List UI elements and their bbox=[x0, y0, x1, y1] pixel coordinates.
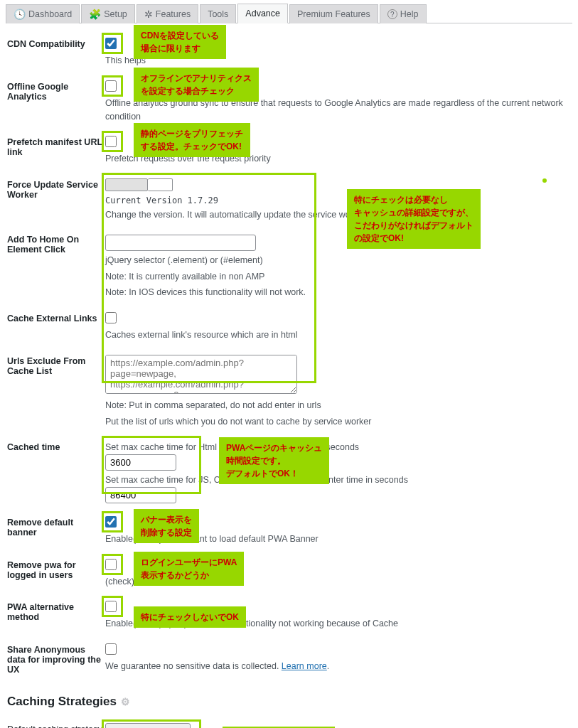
cached-html-label: Set max cache time for Html Default: 360… bbox=[105, 441, 571, 454]
setup-icon: 🧩 bbox=[89, 9, 101, 19]
checkbox-cdn[interactable] bbox=[105, 38, 117, 49]
desc-cache-ext: Caches external link's resource which ar… bbox=[105, 328, 571, 342]
label-cached-time: Cached time bbox=[7, 441, 105, 503]
label-offline-ga: Offline Google Analytics bbox=[7, 80, 105, 124]
desc-force-update: Change the version. It will automaticall… bbox=[105, 208, 571, 222]
annot-cached: PWAページのキャッシュ 時間設定です。 デフォルトでOK！ bbox=[219, 437, 329, 484]
label-urls-exclude: Urls Exclude From Cache List bbox=[7, 355, 105, 429]
cached-js-label: Set max cache time for JS, CSS, JSON Def… bbox=[105, 473, 571, 487]
note-urls-2: Put the list of urls which you do not wa… bbox=[105, 415, 571, 429]
tab-help[interactable]: ?Help bbox=[380, 4, 427, 23]
label-default-strategy: Default caching strategy bbox=[7, 723, 105, 728]
select-default-strategy[interactable]: Cache First bbox=[105, 723, 191, 728]
gear-icon: ⚙ bbox=[121, 696, 130, 707]
checkbox-share-anon[interactable] bbox=[105, 643, 117, 655]
annot-pwaalt: 特にチェックしないでOK bbox=[134, 606, 246, 628]
annot-removepwa: ログインユーザーにPWA 表示するかどうか bbox=[134, 552, 244, 586]
input-add-home-selector[interactable] bbox=[105, 235, 256, 251]
label-force-update: Force Update Service Worker bbox=[7, 178, 105, 222]
annot-big: 特にチェックは必要なし キャッシュの詳細設定ですが、 こだわりがなければデフォル… bbox=[347, 189, 481, 249]
tab-setup[interactable]: 🧩Setup bbox=[81, 4, 135, 23]
version-input-right[interactable] bbox=[148, 178, 173, 191]
dashboard-icon: 🕓 bbox=[14, 9, 26, 19]
annot-prefetch: 静的ページをプリフェッチ する設定。チェックでOK! bbox=[134, 123, 250, 157]
note-add-home-3: Note: In IOS devices this functionality … bbox=[105, 286, 571, 299]
label-cache-ext: Cache External Links bbox=[7, 312, 105, 342]
tabs-bar: 🕓Dashboard 🧩Setup ✲Features Tools Advanc… bbox=[6, 4, 572, 23]
section-caching-title: Caching Strategies⚙ bbox=[7, 695, 571, 709]
label-cdn: CDN Compatibility bbox=[7, 38, 105, 68]
checkbox-offline-ga[interactable] bbox=[105, 80, 117, 92]
label-remove-pwa: Remove pwa for logged in users bbox=[7, 559, 105, 589]
label-remove-banner: Remove default banner bbox=[7, 516, 105, 546]
checkbox-remove-pwa[interactable] bbox=[105, 559, 117, 570]
checkbox-prefetch[interactable] bbox=[105, 136, 117, 147]
tab-dashboard[interactable]: 🕓Dashboard bbox=[6, 4, 80, 23]
checkbox-remove-banner[interactable] bbox=[105, 516, 117, 528]
tab-features[interactable]: ✲Features bbox=[137, 4, 198, 23]
help-icon: ? bbox=[387, 9, 397, 19]
checkbox-cache-ext[interactable] bbox=[105, 312, 117, 323]
version-input-left[interactable] bbox=[105, 178, 148, 191]
version-current: Current Version 1.7.29 bbox=[105, 196, 571, 205]
annot-banner: バナー表示を 削除する設定 bbox=[134, 509, 199, 543]
label-prefetch: Prefetch manifest URL link bbox=[7, 136, 105, 166]
label-add-home: Add To Home On Element Click bbox=[7, 235, 105, 299]
note-add-home-1: jQuery selector (.element) or (#element) bbox=[105, 254, 571, 267]
desc-share-anon: We guarantee no sensitive data is collec… bbox=[105, 660, 571, 673]
textarea-urls-exclude[interactable] bbox=[105, 355, 297, 394]
tab-advance[interactable]: Advance bbox=[237, 4, 288, 23]
label-share-anon: Share Anonymous data for improving the U… bbox=[7, 643, 105, 675]
note-urls-1: Note: Put in comma separated, do not add… bbox=[105, 399, 571, 412]
note-add-home-2: Note: It is currently available in non A… bbox=[105, 270, 571, 284]
annot-cdn: CDNを設定している 場合に限ります bbox=[134, 25, 226, 59]
label-pwa-alt: PWA alternative method bbox=[7, 601, 105, 631]
checkbox-pwa-alt[interactable] bbox=[105, 601, 117, 612]
settings-content: CDN Compatibility This helps CDNを設定している … bbox=[0, 23, 578, 728]
input-cache-js[interactable] bbox=[105, 487, 176, 503]
tab-premium[interactable]: Premium Features bbox=[289, 4, 378, 23]
features-icon: ✲ bbox=[144, 9, 153, 19]
tab-tools[interactable]: Tools bbox=[200, 4, 236, 23]
link-learn-more[interactable]: Learn more bbox=[282, 661, 327, 671]
input-cache-html[interactable] bbox=[105, 454, 176, 471]
annot-offline-ga: オフラインでアナリティクス を設定する場合チェック bbox=[134, 68, 259, 102]
